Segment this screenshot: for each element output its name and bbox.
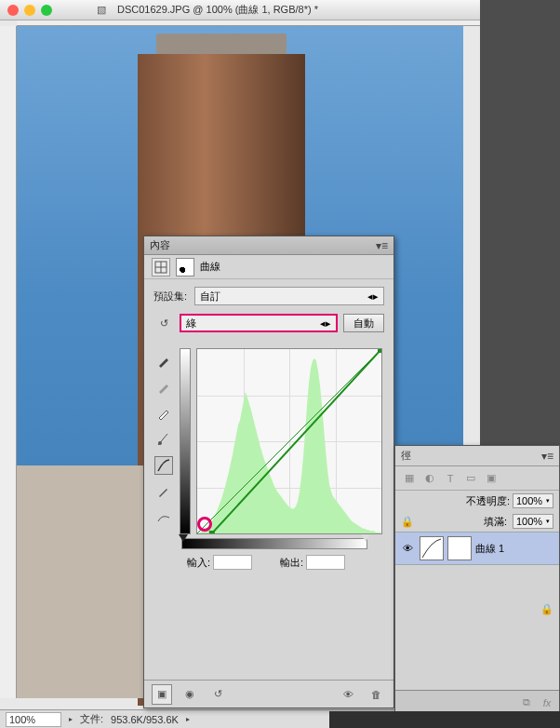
layer-area[interactable]: 🔒 — [395, 565, 559, 621]
panel-header[interactable]: 內容 ▾≡ — [144, 236, 393, 255]
layer-filter-row: ▦ ◐ T ▭ ▣ — [395, 466, 559, 491]
curves-chart[interactable] — [196, 348, 382, 534]
opacity-field[interactable]: 100%▾ — [513, 493, 553, 508]
window-minimize-button[interactable] — [24, 5, 35, 16]
lock-icon[interactable]: 🔒 — [401, 515, 414, 528]
layer-lock-indicator-icon[interactable]: 🔒 — [540, 602, 553, 615]
filter-shape-icon[interactable]: ▭ — [464, 472, 477, 485]
curve-white-point[interactable] — [378, 349, 381, 353]
curve-line[interactable] — [212, 349, 381, 533]
fill-field[interactable]: 100%▾ — [513, 514, 553, 529]
vertical-ruler[interactable] — [0, 26, 17, 698]
link-layers-icon[interactable]: ⧉ — [520, 696, 533, 709]
document-icon: ▧ — [95, 4, 108, 17]
adjustment-presets-icon[interactable] — [152, 258, 170, 276]
layer-name[interactable]: 曲線 1 — [475, 542, 504, 556]
auto-button[interactable]: 自動 — [343, 314, 384, 332]
preset-value: 自訂 — [200, 290, 220, 303]
layer-mask-thumbnail[interactable] — [447, 536, 472, 560]
filter-smart-icon[interactable]: ▣ — [485, 472, 498, 485]
layer-thumbnail[interactable] — [420, 536, 444, 560]
input-field[interactable] — [213, 555, 252, 570]
black-input-slider[interactable] — [179, 534, 188, 542]
toggle-visibility-icon[interactable]: 👁 — [338, 684, 358, 705]
output-field[interactable] — [306, 555, 345, 570]
panel-title: 內容 — [150, 238, 170, 252]
app-status-strip — [329, 711, 560, 728]
zoom-stepper-icon[interactable]: ▸ — [69, 715, 73, 723]
white-input-slider[interactable] — [361, 534, 370, 542]
layers-tab-strip[interactable]: 徑 ▾≡ — [395, 446, 559, 466]
file-size-value: 953.6K/953.6K — [111, 714, 179, 725]
edit-points-icon[interactable] — [154, 430, 173, 449]
titlebar: ▧ DSC01629.JPG @ 100% (曲線 1, RGB/8*) * — [0, 0, 480, 20]
adjustment-header: 曲線 — [144, 255, 393, 279]
clip-to-layer-icon[interactable]: ▣ — [152, 684, 172, 705]
channel-select[interactable]: 綠 ◂▸ — [180, 314, 338, 332]
layers-tab-label[interactable]: 徑 — [401, 449, 411, 463]
output-label: 輸出: — [280, 557, 303, 568]
layer-visibility-icon[interactable]: 👁 — [399, 543, 416, 554]
eyedropper-black-icon[interactable] — [154, 352, 173, 371]
dropdown-icon: ◂▸ — [320, 317, 331, 330]
curve-black-point[interactable] — [209, 531, 215, 533]
filter-type-icon[interactable]: T — [444, 472, 457, 485]
adjustment-mask-icon[interactable] — [176, 258, 194, 276]
panel-menu-icon[interactable]: ▾≡ — [376, 239, 388, 252]
window-close-button[interactable] — [7, 5, 19, 16]
status-menu-icon[interactable]: ▸ — [186, 715, 190, 723]
baseline-diagonal — [197, 349, 381, 533]
delete-adjustment-icon[interactable]: 🗑 — [366, 684, 386, 705]
adjustment-name: 曲線 — [200, 260, 220, 274]
pencil-tool-icon[interactable] — [154, 482, 173, 501]
view-previous-icon[interactable]: ◉ — [180, 684, 200, 705]
layer-fx-icon[interactable]: fx — [540, 696, 553, 709]
output-gradient — [180, 348, 191, 534]
filter-pixel-icon[interactable]: ▦ — [403, 472, 416, 485]
filter-adjust-icon[interactable]: ◐ — [423, 472, 436, 485]
zoom-field[interactable]: 100% — [6, 712, 61, 727]
layers-panel: 徑 ▾≡ ▦ ◐ T ▭ ▣ 不透明度: 100%▾ 🔒 填滿: 100%▾ 👁… — [394, 445, 560, 715]
properties-panel: 內容 ▾≡ 曲線 預設集: 自訂 ◂▸ ↺ 綠 ◂▸ 自動 — [143, 236, 394, 708]
window-zoom-button[interactable] — [41, 5, 52, 16]
input-gradient[interactable] — [181, 538, 367, 549]
layer-row-curves[interactable]: 👁 曲線 1 — [395, 532, 559, 565]
layers-menu-icon[interactable]: ▾≡ — [541, 450, 553, 463]
curve-tool-icon[interactable] — [154, 456, 173, 475]
panel-footer: ▣ ◉ ↺ 👁 🗑 — [144, 680, 393, 708]
window-title: DSC01629.JPG @ 100% (曲線 1, RGB/8*) * — [117, 3, 318, 17]
curve-tools — [153, 348, 174, 534]
highlighted-point-marker — [197, 517, 212, 532]
eyedropper-gray-icon[interactable] — [154, 378, 173, 397]
fill-label: 填滿: — [484, 515, 507, 529]
channel-cycle-icon[interactable]: ↺ — [153, 313, 174, 333]
preset-label: 預設集: — [153, 290, 189, 303]
opacity-label: 不透明度: — [466, 494, 510, 508]
channel-value: 綠 — [186, 317, 196, 330]
input-label: 輸入: — [187, 557, 210, 568]
eyedropper-white-icon[interactable] — [154, 404, 173, 423]
reset-icon[interactable]: ↺ — [207, 684, 228, 705]
svg-point-3 — [158, 441, 162, 445]
preset-select[interactable]: 自訂 ◂▸ — [194, 287, 384, 305]
dropdown-icon: ◂▸ — [367, 290, 379, 303]
smooth-tool-icon[interactable] — [154, 508, 173, 527]
file-size-label: 文件: — [80, 712, 103, 726]
